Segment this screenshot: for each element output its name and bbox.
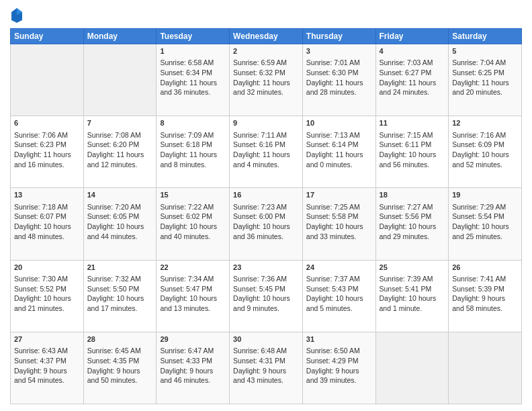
calendar-cell: 15Sunrise: 7:22 AMSunset: 6:02 PMDayligh… — [157, 188, 230, 260]
day-content: Sunrise: 6:43 AM — [14, 346, 80, 356]
day-content: Daylight: 9 hours — [14, 366, 80, 376]
day-number: 7 — [87, 118, 153, 128]
day-content: and 58 minutes. — [452, 304, 518, 314]
day-content: and 36 minutes. — [233, 232, 299, 242]
day-content: Sunset: 5:39 PM — [452, 284, 518, 294]
day-content: Sunrise: 7:25 AM — [306, 202, 372, 212]
day-number: 9 — [233, 118, 299, 128]
week-row-0: 1Sunrise: 6:58 AMSunset: 6:34 PMDaylight… — [11, 44, 522, 116]
day-content: Daylight: 11 hours — [160, 150, 226, 160]
day-content: Sunset: 6:30 PM — [306, 68, 372, 78]
day-content: Sunrise: 6:47 AM — [160, 346, 226, 356]
day-content: Sunset: 5:58 PM — [306, 212, 372, 222]
week-row-2: 13Sunrise: 7:18 AMSunset: 6:07 PMDayligh… — [11, 188, 522, 260]
day-content: Daylight: 10 hours — [87, 293, 153, 304]
day-content: Sunrise: 7:01 AM — [306, 58, 372, 68]
day-number: 21 — [87, 263, 153, 273]
day-content: Sunrise: 7:20 AM — [87, 202, 153, 212]
calendar-cell: 4Sunrise: 7:03 AMSunset: 6:27 PMDaylight… — [375, 44, 449, 116]
day-content: Sunset: 5:41 PM — [380, 284, 445, 294]
day-content: Sunset: 6:14 PM — [306, 140, 372, 150]
day-content: and 8 minutes. — [160, 160, 226, 170]
day-content: and 40 minutes. — [160, 232, 226, 242]
weekday-header-tuesday: Tuesday — [157, 29, 230, 44]
weekday-header-monday: Monday — [83, 29, 157, 44]
day-content: and 4 minutes. — [233, 160, 299, 170]
day-number: 20 — [14, 263, 80, 273]
day-content: Daylight: 9 hours — [452, 293, 518, 304]
calendar-cell: 16Sunrise: 7:23 AMSunset: 6:00 PMDayligh… — [230, 188, 303, 260]
calendar-cell: 22Sunrise: 7:34 AMSunset: 5:47 PMDayligh… — [157, 260, 230, 332]
day-number: 2 — [233, 46, 299, 56]
calendar-cell: 23Sunrise: 7:36 AMSunset: 5:45 PMDayligh… — [230, 260, 303, 332]
day-content: Daylight: 10 hours — [306, 293, 372, 304]
calendar-table: SundayMondayTuesdayWednesdayThursdayFrid… — [10, 28, 522, 404]
day-content: Sunset: 5:56 PM — [380, 212, 445, 222]
day-content: and 50 minutes. — [87, 375, 153, 385]
calendar-cell: 19Sunrise: 7:29 AMSunset: 5:54 PMDayligh… — [449, 188, 522, 260]
day-number: 13 — [14, 190, 80, 200]
day-content: and 56 minutes. — [380, 160, 445, 170]
week-row-4: 27Sunrise: 6:43 AMSunset: 4:37 PMDayligh… — [11, 332, 522, 404]
day-content: Daylight: 9 hours — [233, 366, 299, 376]
day-content: Sunrise: 7:37 AM — [306, 274, 372, 284]
day-content: and 20 minutes. — [452, 87, 518, 97]
day-content: Sunset: 6:09 PM — [452, 140, 518, 150]
day-content: Daylight: 10 hours — [160, 293, 226, 304]
weekday-header-wednesday: Wednesday — [230, 29, 303, 44]
day-number: 16 — [233, 190, 299, 200]
day-number: 18 — [380, 190, 445, 200]
day-content: and 17 minutes. — [87, 304, 153, 314]
day-content: Daylight: 9 hours — [87, 366, 153, 376]
day-content: Sunrise: 7:41 AM — [452, 274, 518, 284]
day-content: Daylight: 10 hours — [14, 222, 80, 232]
day-content: Daylight: 9 hours — [306, 366, 372, 376]
day-content: Daylight: 11 hours — [233, 150, 299, 160]
logo — [10, 7, 26, 23]
day-number: 17 — [306, 190, 372, 200]
calendar-cell: 2Sunrise: 6:59 AMSunset: 6:32 PMDaylight… — [230, 44, 303, 116]
day-content: Daylight: 10 hours — [380, 150, 445, 160]
day-content: Daylight: 10 hours — [380, 222, 445, 232]
day-content: Sunset: 6:18 PM — [160, 140, 226, 150]
day-content: Sunset: 4:35 PM — [87, 356, 153, 366]
day-number: 28 — [87, 334, 153, 345]
day-number: 15 — [160, 190, 226, 200]
day-content: Sunrise: 7:39 AM — [380, 274, 445, 284]
day-content: Sunrise: 7:18 AM — [14, 202, 80, 212]
calendar-cell: 28Sunrise: 6:45 AMSunset: 4:35 PMDayligh… — [83, 332, 157, 404]
day-content: Sunset: 6:23 PM — [14, 140, 80, 150]
day-content: Sunset: 5:50 PM — [87, 284, 153, 294]
calendar-cell: 24Sunrise: 7:37 AMSunset: 5:43 PMDayligh… — [302, 260, 375, 332]
day-content: Sunrise: 7:08 AM — [87, 130, 153, 140]
day-content: Sunset: 6:07 PM — [14, 212, 80, 222]
calendar-cell: 11Sunrise: 7:15 AMSunset: 6:11 PMDayligh… — [375, 116, 449, 188]
day-number: 29 — [160, 334, 226, 345]
day-content: Sunset: 4:33 PM — [160, 356, 226, 366]
calendar-cell: 5Sunrise: 7:04 AMSunset: 6:25 PMDaylight… — [449, 44, 522, 116]
day-content: Daylight: 10 hours — [233, 293, 299, 304]
day-number: 14 — [87, 190, 153, 200]
calendar-cell — [83, 44, 157, 116]
day-content: and 13 minutes. — [160, 304, 226, 314]
day-content: Sunset: 4:29 PM — [306, 356, 372, 366]
day-content: Sunset: 5:45 PM — [233, 284, 299, 294]
day-content: Daylight: 11 hours — [87, 150, 153, 160]
day-content: Sunrise: 7:29 AM — [452, 202, 518, 212]
day-content: Sunset: 6:11 PM — [380, 140, 445, 150]
day-content: Daylight: 11 hours — [306, 150, 372, 160]
day-content: Sunrise: 7:27 AM — [380, 202, 445, 212]
day-content: and 21 minutes. — [14, 304, 80, 314]
day-content: Sunset: 6:34 PM — [160, 68, 226, 78]
calendar-cell: 10Sunrise: 7:13 AMSunset: 6:14 PMDayligh… — [302, 116, 375, 188]
day-content: Sunrise: 7:03 AM — [380, 58, 445, 68]
day-content: Sunset: 6:20 PM — [87, 140, 153, 150]
day-content: and 48 minutes. — [14, 232, 80, 242]
weekday-header-saturday: Saturday — [449, 29, 522, 44]
day-content: Sunrise: 7:32 AM — [87, 274, 153, 284]
calendar-cell: 1Sunrise: 6:58 AMSunset: 6:34 PMDaylight… — [157, 44, 230, 116]
calendar-cell — [375, 332, 449, 404]
calendar-cell: 6Sunrise: 7:06 AMSunset: 6:23 PMDaylight… — [11, 116, 84, 188]
calendar-cell: 18Sunrise: 7:27 AMSunset: 5:56 PMDayligh… — [375, 188, 449, 260]
weekday-header-sunday: Sunday — [11, 29, 84, 44]
